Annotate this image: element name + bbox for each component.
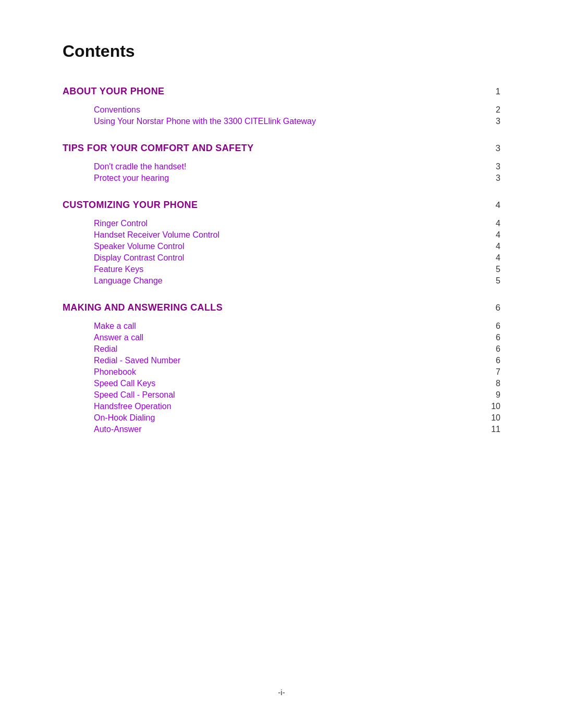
section-header-customizing-your-phone: CUSTOMIZING YOUR PHONE4 [63,200,500,211]
item-label: Don't cradle the handset! [94,162,186,171]
item-page: 6 [485,344,500,354]
list-item: Protect your hearing3 [94,174,500,183]
toc-section-tips-comfort-safety: TIPS FOR YOUR COMFORT AND SAFETY3Don't c… [63,143,500,183]
footer: -i- [0,688,563,697]
list-item: Using Your Norstar Phone with the 3300 C… [94,117,500,126]
section-title-about-your-phone: ABOUT YOUR PHONE [63,86,164,97]
item-page: 5 [485,265,500,274]
item-page: 4 [485,253,500,263]
item-page: 6 [485,322,500,331]
toc-section-making-answering-calls: MAKING AND ANSWERING CALLS6Make a call6A… [63,302,500,434]
item-page: 2 [485,105,500,115]
item-page: 6 [485,333,500,342]
section-title-customizing-your-phone: CUSTOMIZING YOUR PHONE [63,200,198,211]
item-label: On-Hook Dialing [94,413,155,423]
item-page: 4 [485,242,500,251]
item-page: 4 [485,230,500,240]
item-page: 3 [485,117,500,126]
toc-container: ABOUT YOUR PHONE1Conventions2Using Your … [63,86,500,434]
item-page: 3 [485,162,500,171]
toc-items-tips-comfort-safety: Don't cradle the handset!3Protect your h… [63,162,500,183]
toc-section-about-your-phone: ABOUT YOUR PHONE1Conventions2Using Your … [63,86,500,126]
item-page: 11 [485,425,500,434]
list-item: Don't cradle the handset!3 [94,162,500,171]
page-title: Contents [63,42,500,61]
list-item: Feature Keys5 [94,265,500,274]
list-item: On-Hook Dialing10 [94,413,500,423]
item-label: Using Your Norstar Phone with the 3300 C… [94,117,316,126]
item-label: Display Contrast Control [94,253,184,263]
list-item: Speed Call Keys8 [94,379,500,388]
list-item: Language Change5 [94,276,500,286]
item-label: Conventions [94,105,140,115]
list-item: Answer a call6 [94,333,500,342]
item-label: Make a call [94,322,136,331]
item-label: Language Change [94,276,163,286]
item-label: Answer a call [94,333,143,342]
item-label: Speed Call - Personal [94,390,175,400]
item-label: Redial - Saved Number [94,356,180,365]
toc-section-customizing-your-phone: CUSTOMIZING YOUR PHONE4Ringer Control4Ha… [63,200,500,286]
item-page: 10 [485,413,500,423]
item-page: 9 [485,390,500,400]
toc-items-customizing-your-phone: Ringer Control4Handset Receiver Volume C… [63,219,500,286]
list-item: Display Contrast Control4 [94,253,500,263]
item-label: Ringer Control [94,219,148,228]
section-page-about-your-phone: 1 [485,87,500,97]
section-page-making-answering-calls: 6 [485,303,500,313]
item-label: Feature Keys [94,265,143,274]
list-item: Speaker Volume Control4 [94,242,500,251]
item-label: Speed Call Keys [94,379,155,388]
section-header-tips-comfort-safety: TIPS FOR YOUR COMFORT AND SAFETY3 [63,143,500,154]
item-label: Auto-Answer [94,425,142,434]
list-item: Redial6 [94,344,500,354]
list-item: Ringer Control4 [94,219,500,228]
item-label: Handsfree Operation [94,402,172,411]
toc-items-about-your-phone: Conventions2Using Your Norstar Phone wit… [63,105,500,126]
list-item: Speed Call - Personal9 [94,390,500,400]
section-header-about-your-phone: ABOUT YOUR PHONE1 [63,86,500,97]
list-item: Handsfree Operation10 [94,402,500,411]
item-page: 3 [485,174,500,183]
item-label: Speaker Volume Control [94,242,184,251]
item-label: Handset Receiver Volume Control [94,230,219,240]
item-page: 5 [485,276,500,286]
list-item: Make a call6 [94,322,500,331]
item-page: 6 [485,356,500,365]
item-label: Phonebook [94,367,136,377]
list-item: Phonebook7 [94,367,500,377]
list-item: Handset Receiver Volume Control4 [94,230,500,240]
item-label: Redial [94,344,117,354]
list-item: Conventions2 [94,105,500,115]
item-page: 4 [485,219,500,228]
section-page-customizing-your-phone: 4 [485,200,500,211]
item-label: Protect your hearing [94,174,169,183]
section-page-tips-comfort-safety: 3 [485,143,500,154]
toc-items-making-answering-calls: Make a call6Answer a call6Redial6Redial … [63,322,500,434]
item-page: 8 [485,379,500,388]
list-item: Auto-Answer11 [94,425,500,434]
item-page: 7 [485,367,500,377]
section-title-tips-comfort-safety: TIPS FOR YOUR COMFORT AND SAFETY [63,143,254,154]
section-header-making-answering-calls: MAKING AND ANSWERING CALLS6 [63,302,500,313]
list-item: Redial - Saved Number6 [94,356,500,365]
item-page: 10 [485,402,500,411]
section-title-making-answering-calls: MAKING AND ANSWERING CALLS [63,302,223,313]
